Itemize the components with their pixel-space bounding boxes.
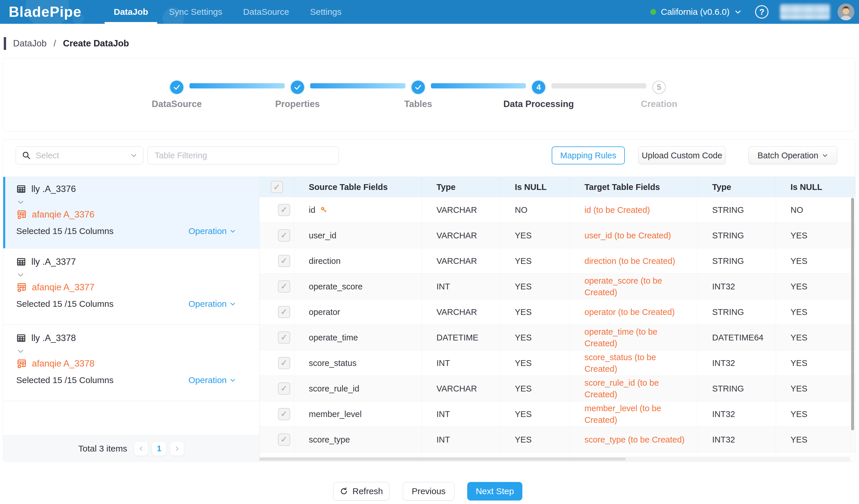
mapping-rules-button[interactable]: Mapping Rules <box>552 146 625 164</box>
chevron-down-icon[interactable] <box>17 347 259 355</box>
checkbox-checked-disabled[interactable] <box>278 382 290 395</box>
header-source-isnull: Is NULL <box>500 177 570 197</box>
checkbox-checked-disabled[interactable] <box>278 204 290 216</box>
upload-custom-code-button[interactable]: Upload Custom Code <box>638 146 726 164</box>
table-pair-card[interactable]: lly .A_3377 afanqie A_3377 Selected 15 /… <box>3 249 259 325</box>
next-page-button[interactable] <box>170 442 184 456</box>
scrollbar-thumb[interactable] <box>851 198 854 430</box>
source-field-name: score_status <box>309 357 356 369</box>
row-checkbox-cell[interactable] <box>259 248 294 273</box>
horizontal-scrollbar[interactable] <box>259 457 850 461</box>
operation-label: Operation <box>189 226 227 236</box>
nav-item-sync-settings[interactable]: Sync Settings <box>169 0 222 24</box>
vertical-scrollbar[interactable] <box>850 198 855 456</box>
row-checkbox-cell[interactable] <box>259 376 294 401</box>
source-type-cell: VARCHAR <box>422 376 500 401</box>
header-target-isnull: Is NULL <box>776 177 851 197</box>
checkbox-checked-disabled[interactable] <box>278 434 290 446</box>
target-field-cell: operate_time (to be Created) <box>570 325 698 350</box>
source-field-cell: member_level <box>294 401 422 427</box>
row-checkbox-cell[interactable] <box>259 223 294 248</box>
target-type-cell: INT32 <box>698 401 776 427</box>
source-field-cell: score_rule_id <box>294 376 422 401</box>
row-checkbox-cell[interactable] <box>259 401 294 427</box>
checkbox-checked-disabled[interactable] <box>278 331 290 344</box>
target-type-cell: INT32 <box>698 350 776 376</box>
batch-operation-label: Batch Operation <box>757 151 818 160</box>
next-step-button[interactable]: Next Step <box>467 482 522 501</box>
table-pair-card[interactable]: lly .A_3376 afanqie A_3376 Selected 15 /… <box>3 177 259 249</box>
target-isnull-cell: YES <box>776 350 851 376</box>
table-row: score_rule_id VARCHAR YES score_rule_id … <box>259 376 855 401</box>
source-field-name: operate_time <box>309 332 358 343</box>
scrollbar-thumb[interactable] <box>259 458 626 460</box>
checkbox-checked-disabled[interactable] <box>271 181 283 193</box>
table-body: id VARCHAR NO id (to be Created) STRING … <box>259 197 855 461</box>
breadcrumb-parent[interactable]: DataJob <box>13 38 46 49</box>
batch-operation-button[interactable]: Batch Operation <box>749 146 837 164</box>
refresh-icon <box>340 487 348 495</box>
target-field-cell: id (to be Created) <box>570 197 698 222</box>
nav-item-datasource[interactable]: DataSource <box>243 0 289 24</box>
region-version-label[interactable]: California (v0.6.0) <box>661 7 729 17</box>
chevron-down-icon[interactable] <box>17 271 259 279</box>
source-type-cell: VARCHAR <box>422 248 500 273</box>
source-field-cell: id <box>294 197 422 222</box>
row-checkbox-cell[interactable] <box>259 427 294 452</box>
table-row: user_id VARCHAR YES user_id (to be Creat… <box>259 223 855 248</box>
source-isnull-cell: YES <box>500 223 570 248</box>
step-connector <box>431 83 526 89</box>
row-checkbox-cell[interactable] <box>259 350 294 376</box>
checkbox-checked-disabled[interactable] <box>278 357 290 369</box>
operation-dropdown[interactable]: Operation <box>189 226 236 236</box>
select-dropdown[interactable]: Select <box>16 146 144 164</box>
step-connector-pending <box>552 83 646 89</box>
source-field-name: score_type <box>309 434 350 445</box>
chevron-down-icon <box>130 152 137 159</box>
row-checkbox-cell[interactable] <box>259 197 294 222</box>
operation-dropdown[interactable]: Operation <box>189 375 236 385</box>
breadcrumb: DataJob / Create DataJob <box>0 34 129 53</box>
source-table-row: lly .A_3378 <box>16 333 259 343</box>
select-all-checkbox-cell[interactable] <box>259 177 294 197</box>
page-number-button[interactable]: 1 <box>152 442 166 456</box>
main-card: Select Mapping Rules Upload Custom Code … <box>3 139 856 462</box>
checkbox-checked-disabled[interactable] <box>278 408 290 420</box>
stepper-card: 4 5 DataSource Properties Tables Data Pr… <box>3 58 856 131</box>
checkbox-checked-disabled[interactable] <box>278 280 290 293</box>
target-field-cell: score_type (to be Created) <box>570 427 698 452</box>
nav-item-settings[interactable]: Settings <box>310 0 341 24</box>
source-field-cell: score_type <box>294 427 422 452</box>
pagination-bar: Total 3 items 1 <box>3 435 259 461</box>
target-table-name: afanqie A_3376 <box>32 209 95 220</box>
target-table-create-icon <box>16 282 27 293</box>
source-field-cell: score_status <box>294 350 422 376</box>
table-pair-card[interactable]: lly .A_3378 afanqie A_3378 Selected 15 /… <box>3 325 259 401</box>
checkbox-checked-disabled[interactable] <box>278 230 290 241</box>
row-checkbox-cell[interactable] <box>259 299 294 325</box>
target-field-cell: score_status (to be Created) <box>570 350 698 376</box>
app-logo: BladePipe <box>9 0 81 24</box>
source-isnull-cell: NO <box>500 197 570 222</box>
source-field-cell: operator <box>294 299 422 325</box>
operation-dropdown[interactable]: Operation <box>189 299 236 309</box>
refresh-button[interactable]: Refresh <box>333 482 390 501</box>
prev-page-button[interactable] <box>134 442 148 456</box>
chevron-down-icon[interactable] <box>734 8 742 16</box>
previous-button[interactable]: Previous <box>403 482 454 501</box>
help-icon[interactable]: ? <box>755 5 768 18</box>
nav-item-datajob[interactable]: DataJob <box>114 0 148 24</box>
row-checkbox-cell[interactable] <box>259 274 294 299</box>
target-isnull-cell: YES <box>776 274 851 299</box>
step-connector <box>310 83 405 89</box>
avatar[interactable] <box>838 3 854 20</box>
checkbox-checked-disabled[interactable] <box>278 255 290 267</box>
target-type-cell: STRING <box>698 299 776 325</box>
checkbox-checked-disabled[interactable] <box>278 306 290 318</box>
chevron-down-icon[interactable] <box>17 198 259 206</box>
source-type-cell: INT <box>422 274 500 299</box>
table-filter-input[interactable] <box>147 146 339 164</box>
row-checkbox-cell[interactable] <box>259 325 294 350</box>
source-type-cell: INT <box>422 427 500 452</box>
pair-meta-row: Selected 15 /15 Columns Operation <box>16 299 259 309</box>
